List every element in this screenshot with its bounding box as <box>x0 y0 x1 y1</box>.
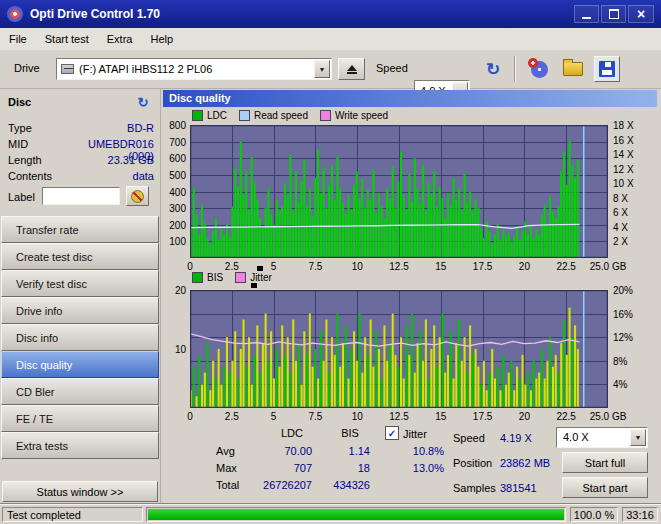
chart-legend: LDCRead speedWrite speed <box>192 109 400 121</box>
sidebar-item-disc-info[interactable]: Disc info <box>1 324 159 351</box>
test-speed-value: 4.0 X <box>563 431 589 443</box>
x-axis-label: 0 <box>166 412 214 422</box>
x-axis-label: 25.0 GB <box>584 262 632 272</box>
ldc-chart-canvas <box>190 125 608 258</box>
menu-item-help[interactable]: Help <box>141 29 182 50</box>
legend-item: BIS <box>192 272 223 283</box>
start-full-button[interactable]: Start full <box>562 452 648 473</box>
samples-value: 381541 <box>500 482 537 494</box>
status-text: Test completed <box>7 509 81 521</box>
disc-info-value: 23.31 GB <box>60 154 154 166</box>
eject-button[interactable] <box>338 58 365 80</box>
sidebar-item-verify-test-disc[interactable]: Verify test disc <box>1 270 159 297</box>
drive-select-value: (F:) ATAPI iHBS112 2 PL06 <box>79 63 212 75</box>
elapsed-time: 33:16 <box>623 509 657 521</box>
chevron-down-icon[interactable]: ▼ <box>630 429 646 446</box>
x-axis-label: 22.5 <box>542 412 590 422</box>
row-label: Max <box>216 462 237 474</box>
y-axis-label: 6 X <box>613 208 647 218</box>
sidebar-item-extra-tests[interactable]: Extra tests <box>1 432 159 459</box>
drive-icon <box>61 64 74 74</box>
max-bis: 18 <box>318 462 370 474</box>
disc-info-label: MID <box>8 138 28 150</box>
y-axis-label: 200 <box>156 221 186 231</box>
refresh-icon: ↻ <box>486 59 500 80</box>
label-caption: Label <box>8 191 35 203</box>
jitter-checkbox[interactable]: ✓ <box>385 426 399 440</box>
y-axis-label: 16 X <box>613 136 647 146</box>
save-icon <box>599 61 615 77</box>
write-label-icon <box>131 190 144 203</box>
open-button[interactable] <box>560 56 586 82</box>
legend-item: Write speed <box>320 110 388 121</box>
refresh-button[interactable]: ↻ <box>480 56 506 82</box>
avg-bis: 1.14 <box>318 445 370 457</box>
close-button[interactable]: × <box>628 5 654 23</box>
y-axis-label: 8% <box>613 357 647 367</box>
position-value: 23862 MB <box>500 457 550 469</box>
menu-item-extra[interactable]: Extra <box>98 29 142 50</box>
menu-item-start-test[interactable]: Start test <box>36 29 98 50</box>
disc-info-value: data <box>60 170 154 182</box>
disc-label-input[interactable] <box>42 187 120 205</box>
x-axis-label: 12.5 <box>375 262 423 272</box>
drive-label: Drive <box>14 62 40 74</box>
sidebar-item-disc-quality[interactable]: Disc quality <box>1 351 159 378</box>
x-axis-label: 2.5 <box>208 412 256 422</box>
chart-legend: BISJitter <box>192 271 284 283</box>
speed-result-value: 4.19 X <box>500 432 532 444</box>
y-axis-label: 14 X <box>613 150 647 160</box>
minimize-button[interactable] <box>574 5 599 23</box>
y-axis-label: 300 <box>156 204 186 214</box>
y-axis-label: 10 <box>156 345 186 355</box>
sidebar: Disc ↻ Type BD-R MID UMEBDR016 (000) Len… <box>0 88 161 504</box>
legend-item: LDC <box>192 110 227 121</box>
y-axis-label: 4 X <box>613 223 647 233</box>
x-axis-label: 7.5 <box>291 262 339 272</box>
progress-percent: 100.0 % <box>571 509 617 521</box>
drive-select[interactable]: (F:) ATAPI iHBS112 2 PL06 ▼ <box>56 58 332 80</box>
sidebar-item-transfer-rate[interactable]: Transfer rate <box>1 216 159 243</box>
x-axis-label: 17.5 <box>459 412 507 422</box>
max-ldc: 707 <box>252 462 312 474</box>
avg-jitter: 10.8% <box>392 445 444 457</box>
chart-marker <box>251 283 257 288</box>
bis-chart-canvas <box>190 290 608 408</box>
samples-label: Samples <box>453 482 496 494</box>
legend-label: Read speed <box>254 110 308 121</box>
x-axis-label: 12.5 <box>375 412 423 422</box>
row-label: Total <box>216 479 239 491</box>
write-label-button[interactable] <box>126 186 149 206</box>
y-axis-label: 16% <box>613 310 647 320</box>
legend-label: BIS <box>207 272 223 283</box>
maximize-button[interactable] <box>601 5 626 23</box>
progress-fill <box>148 509 564 520</box>
disc-info-value: BD-R <box>60 122 154 134</box>
y-axis-label: 20% <box>613 286 647 296</box>
speed-result-label: Speed <box>453 432 485 444</box>
x-axis-label: 22.5 <box>542 262 590 272</box>
status-window-button[interactable]: Status window >> <box>2 481 158 502</box>
legend-swatch <box>320 110 331 121</box>
legend-label: LDC <box>207 110 227 121</box>
start-part-button[interactable]: Start part <box>562 477 648 498</box>
disc-tools-button[interactable] <box>526 56 552 82</box>
disc-info-label: Length <box>8 154 42 166</box>
sidebar-item-fe-te[interactable]: FE / TE <box>1 405 159 432</box>
chevron-down-icon[interactable]: ▼ <box>314 60 330 78</box>
sidebar-item-cd-bler[interactable]: CD Bler <box>1 378 159 405</box>
sidebar-item-create-test-disc[interactable]: Create test disc <box>1 243 159 270</box>
y-axis-label: 12 X <box>613 165 647 175</box>
x-axis-label: 0 <box>166 262 214 272</box>
legend-label: Jitter <box>250 272 272 283</box>
x-axis-label: 5 <box>250 262 298 272</box>
disc-refresh-button[interactable]: ↻ <box>132 92 154 112</box>
y-axis-label: 100 <box>156 237 186 247</box>
y-axis-label: 500 <box>156 171 186 181</box>
menu-item-file[interactable]: File <box>0 29 36 50</box>
test-speed-select[interactable]: 4.0 X ▼ <box>556 427 648 448</box>
sidebar-item-drive-info[interactable]: Drive info <box>1 297 159 324</box>
x-axis-label: 5 <box>250 412 298 422</box>
save-button[interactable] <box>594 56 620 82</box>
x-axis-label: 15 <box>417 412 465 422</box>
